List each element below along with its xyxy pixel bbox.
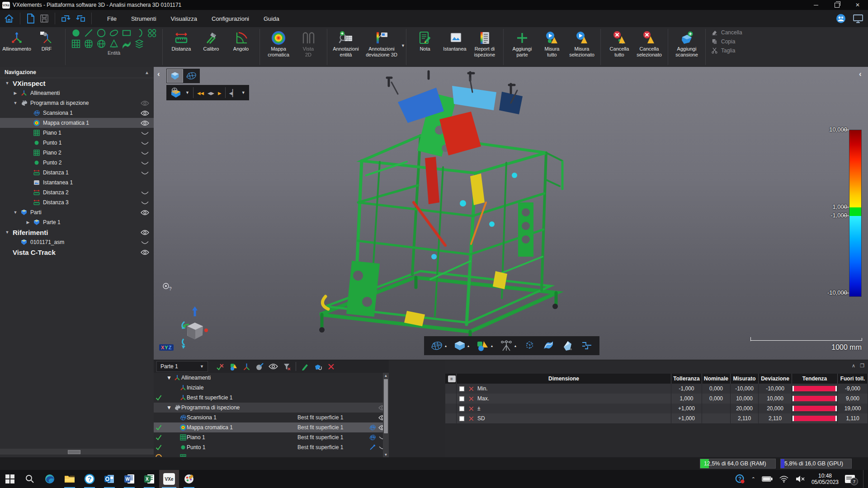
edit-icon[interactable]: [301, 362, 309, 371]
visibility-icon[interactable]: [269, 363, 278, 370]
entity-rectangle-icon[interactable]: [122, 28, 132, 38]
box-display-icon-caret[interactable]: ▴: [467, 344, 469, 348]
column-header-deviazione[interactable]: Deviazione: [759, 374, 792, 384]
home-view-icon[interactable]: [170, 87, 182, 98]
tree-item-distanza-2[interactable]: Distanza 2: [0, 188, 154, 197]
tab-mesh-view[interactable]: [184, 70, 199, 82]
taskbar-paint[interactable]: [179, 470, 199, 488]
part-row-scansiona-1[interactable]: Scansiona 1Best fit superficie 1: [154, 413, 389, 422]
menu-visualizza[interactable]: Visualizza: [165, 14, 203, 24]
tree-item-piano-2[interactable]: Piano 2: [0, 148, 154, 158]
menu-strumenti[interactable]: Strumenti: [125, 14, 163, 24]
visibility-off-icon[interactable]: [140, 170, 149, 176]
filter-clear-icon[interactable]: [283, 362, 291, 371]
expander-icon[interactable]: ▶: [13, 91, 18, 95]
rotate-right-icon[interactable]: ▸: [218, 89, 222, 96]
visibility-off-icon[interactable]: [140, 130, 149, 136]
volume-muted-icon[interactable]: [795, 475, 805, 483]
column-header-tolleranza[interactable]: Tolleranza: [671, 374, 702, 384]
entity-circle-icon[interactable]: [96, 28, 106, 38]
result-row-sd[interactable]: SD+1,0002,1102,1101,110: [445, 413, 868, 423]
taskbar-edge[interactable]: [40, 470, 60, 488]
measure-toggle-icon[interactable]: [216, 362, 225, 371]
collapse-right-icon[interactable]: ‹: [859, 70, 862, 79]
box-display-icon[interactable]: [454, 340, 466, 351]
visibility-off-icon[interactable]: [140, 190, 149, 196]
wifi-icon[interactable]: [779, 475, 789, 483]
entity-plane-icon[interactable]: [71, 39, 81, 49]
taskbar-explorer[interactable]: [60, 470, 80, 488]
collapse-left-icon[interactable]: ‹: [157, 70, 160, 79]
nota-button[interactable]: Nota: [410, 28, 440, 52]
import-session-icon[interactable]: [61, 13, 71, 24]
rotate-icon[interactable]: ◂▸: [208, 89, 214, 96]
tab-3d-view[interactable]: [167, 70, 183, 82]
entity-line-icon[interactable]: [84, 28, 94, 38]
tree-item-scansiona-1[interactable]: Scansiona 1: [0, 108, 154, 118]
taskbar-start[interactable]: [0, 470, 20, 488]
cancella-tutto-button[interactable]: Cancellatutto: [604, 28, 634, 58]
online-services-icon[interactable]: [835, 13, 846, 24]
allineamento-button[interactable]: Allineamento: [2, 28, 32, 52]
report-di-ispezione-button[interactable]: Report diispezione: [470, 28, 500, 58]
part-row-punto-1[interactable]: Punto 1Best fit superficie 1: [154, 442, 389, 452]
rotate-left-icon[interactable]: ◂◂: [197, 89, 204, 96]
visibility-eye-icon[interactable]: [140, 230, 149, 235]
drf-button[interactable]: DRF: [32, 28, 61, 52]
tree-item-punto-1[interactable]: Punto 1: [0, 138, 154, 148]
taskbar-excel[interactable]: X: [139, 470, 159, 488]
entity-point-icon[interactable]: [71, 28, 81, 38]
taskbar-vxelements[interactable]: VXe: [159, 470, 179, 488]
home-view-caret-icon[interactable]: ▼: [185, 90, 189, 95]
entity-slot-icon[interactable]: [134, 28, 144, 38]
menu-file[interactable]: File: [101, 14, 123, 24]
calibro-button[interactable]: Calibro: [196, 28, 226, 52]
mesh-display-icon[interactable]: [430, 340, 443, 351]
collapse-results-icon[interactable]: ∧: [852, 363, 855, 369]
section-plane-icon[interactable]: [580, 340, 593, 352]
visibility-off-icon[interactable]: [140, 239, 149, 245]
istantanea-button[interactable]: Istantanea: [440, 28, 470, 52]
minimize-button[interactable]: [806, 0, 826, 10]
annotazioni-deviazione-3d-caret-icon[interactable]: ▼: [401, 43, 405, 48]
result-row-min-[interactable]: Min.-1,0000,000-10,000-10,000-9,000: [445, 384, 868, 394]
table-options-icon[interactable]: ≡: [448, 375, 456, 382]
aggiungi-parte-button[interactable]: Aggiungiparte: [507, 28, 537, 58]
column-header-nominale[interactable]: Nominale: [702, 374, 731, 384]
part-row-partial[interactable]: [154, 452, 389, 457]
tray-expand-icon[interactable]: ⌃: [751, 476, 755, 482]
taskbar-word[interactable]: W: [119, 470, 139, 488]
restore-button[interactable]: [826, 0, 847, 10]
row-checkbox[interactable]: [458, 385, 465, 392]
clipping-display-icon[interactable]: [561, 340, 573, 352]
part-panel-scrollbar[interactable]: ▲ ▼: [383, 373, 389, 458]
expander-icon[interactable]: ▼: [166, 404, 172, 411]
mappa-cromatica-button[interactable]: Mappacromatica: [264, 28, 293, 58]
expander-icon[interactable]: ▼: [166, 375, 172, 381]
bounding-box-icon[interactable]: [524, 340, 535, 352]
part-row-programma-di-ispezione[interactable]: ▼Programma di ispezione: [154, 403, 389, 413]
visibility-eye-icon[interactable]: [140, 110, 149, 116]
tree-item-parte-1[interactable]: ▶Parte 1: [0, 217, 154, 227]
menu-guida[interactable]: Guida: [257, 14, 286, 24]
aggiungi-scansione-button[interactable]: Aggiungiscansione: [672, 28, 702, 58]
show-desktop-button[interactable]: [863, 470, 865, 488]
annotazioni-deviazione-3d-button[interactable]: Annotazionideviazione 3D▼: [361, 28, 402, 58]
export-session-icon[interactable]: [75, 13, 86, 24]
distanza-button[interactable]: Distanza: [166, 28, 196, 52]
taskbar-outlook[interactable]: [99, 470, 119, 488]
tree-item-parti[interactable]: ▼Parti: [0, 207, 154, 217]
column-header-fuori-toll-[interactable]: Fuori toll.: [838, 374, 868, 384]
mesh-display-icon-caret[interactable]: ▴: [445, 344, 447, 348]
entities-display-icon[interactable]: [476, 340, 489, 352]
visibility-off-icon[interactable]: [140, 200, 149, 206]
entity-sphere-icon[interactable]: [96, 39, 106, 49]
entity-ellipse-icon[interactable]: [109, 28, 119, 38]
visibility-eye-icon[interactable]: [140, 100, 149, 106]
visibility-off-icon[interactable]: [140, 150, 149, 156]
part-row-allineamenti[interactable]: ▼Allineamenti: [154, 373, 389, 383]
part-selector[interactable]: Parte 1 ▼: [156, 361, 208, 372]
home-icon[interactable]: [4, 13, 14, 24]
tree-item-vxinspect[interactable]: ▼VXinspect: [0, 78, 154, 88]
angolo-button[interactable]: Angolo: [226, 28, 256, 52]
